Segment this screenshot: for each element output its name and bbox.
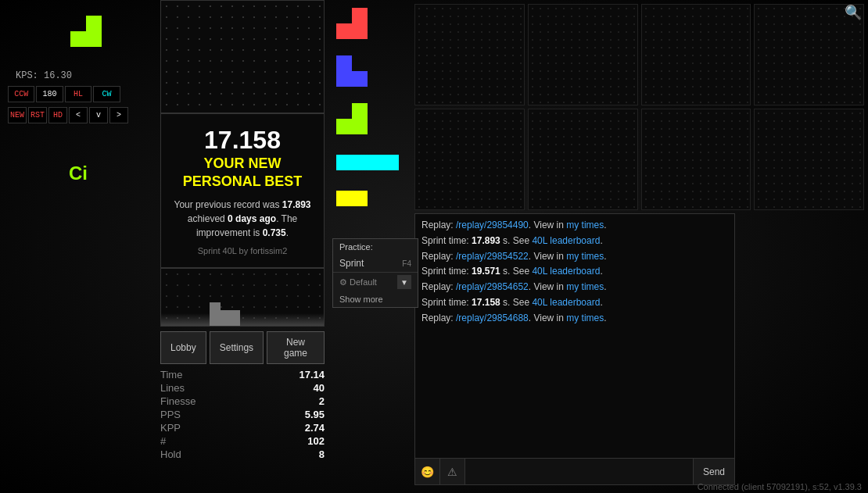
replay-link[interactable]: /replay/29854522 (456, 251, 529, 262)
tetro-red (332, 8, 403, 51)
ctrl-cw[interactable]: CW (93, 86, 120, 102)
piece-preview (66, 16, 113, 55)
center-panel: 17.158 YOUR NEW PERSONAL BEST Your previ… (156, 0, 328, 493)
svg-rect-17 (352, 191, 368, 206)
ctrl-down[interactable]: v (89, 107, 108, 123)
ctrl-new[interactable]: NEW (8, 107, 27, 123)
replay-link[interactable]: /replay/29854490 (456, 220, 529, 230)
practice-sprint-item[interactable]: Sprint F4 (333, 255, 418, 272)
svg-rect-11 (352, 103, 368, 119)
chat-messages: Replay: /replay/29854490. View in my tim… (415, 214, 734, 458)
kps-label: KPS: 16.30 (16, 70, 72, 81)
new-game-button[interactable]: New game (267, 331, 325, 364)
my-times-link[interactable]: my times (566, 220, 604, 230)
svg-rect-6 (336, 55, 352, 71)
status-bar: Connected (client 57092191), s:52, v1.39… (691, 480, 868, 493)
svg-rect-5 (352, 23, 368, 39)
result-time: 17.158 (169, 126, 316, 155)
chat-panel: Replay: /replay/29854490. View in my tim… (414, 213, 735, 485)
practice-dropdown: Practice: Sprint F4 ⚙ Default ▼ Show mor… (332, 238, 418, 308)
svg-rect-9 (336, 119, 352, 134)
chat-message: Replay: /replay/29854490. View in my tim… (421, 219, 728, 232)
left-panel: KPS: 16.30 CCW 180 HL CW NEW RST HD < v … (0, 0, 156, 493)
ctrl-hd[interactable]: HD (48, 107, 67, 123)
chat-input[interactable] (465, 459, 693, 484)
svg-rect-0 (86, 16, 102, 31)
result-desc: Your previous record was 17.893 achieved… (169, 198, 316, 240)
svg-rect-4 (336, 23, 352, 39)
result-panel: 17.158 YOUR NEW PERSONAL BEST Your previ… (160, 113, 325, 268)
ctrl-left[interactable]: < (69, 107, 88, 123)
tetro-green (332, 103, 403, 146)
my-times-link[interactable]: my times (566, 281, 604, 292)
svg-rect-15 (383, 155, 399, 170)
tetro-cyan (332, 151, 403, 178)
opponent-board-7 (641, 109, 751, 210)
replay-link[interactable]: /replay/29854688 (456, 313, 529, 323)
stats-panel: Time 17.14 Lines 40 Finesse 2 PPS 5.95 K… (160, 369, 325, 462)
opponent-board-1 (414, 4, 525, 105)
chat-message: Replay: /replay/29854688. View in my tim… (421, 312, 728, 325)
svg-rect-3 (352, 8, 368, 23)
my-times-link[interactable]: my times (566, 251, 604, 262)
practice-config: ⚙ Default ▼ (333, 272, 418, 291)
controls-row1: CCW 180 HL CW (8, 86, 149, 102)
opponent-boards-top (414, 4, 864, 105)
alert-button[interactable]: ⚠ (440, 459, 465, 484)
ctrl-right[interactable]: > (109, 107, 128, 123)
ctrl-180[interactable]: 180 (36, 86, 63, 102)
opponent-boards-bottom (414, 109, 864, 210)
zoom-icon[interactable]: 🔍 (845, 4, 862, 21)
svg-rect-2 (86, 31, 102, 47)
username: Ci (69, 163, 88, 184)
svg-rect-7 (336, 71, 352, 87)
chat-message: Sprint time: 19.571 s. See 40L leaderboa… (421, 265, 728, 278)
ctrl-ccw[interactable]: CCW (8, 86, 34, 102)
opponent-board-8 (754, 109, 864, 210)
result-pb: YOUR NEW PERSONAL BEST (169, 155, 316, 191)
opponent-board-6 (528, 109, 638, 210)
lobby-button[interactable]: Lobby (160, 331, 206, 364)
mini-board (160, 268, 325, 327)
config-dropdown-button[interactable]: ▼ (397, 275, 411, 289)
leaderboard-link[interactable]: 40L leaderboard (532, 235, 600, 246)
chat-message: Replay: /replay/29854652. View in my tim… (421, 280, 728, 294)
replay-link[interactable]: /replay/29854652 (456, 281, 529, 292)
opponent-board-2 (528, 4, 638, 105)
controls-row2: NEW RST HD < v > (8, 107, 149, 123)
svg-rect-8 (352, 71, 368, 87)
practice-header: Practice: (333, 239, 418, 255)
svg-rect-14 (368, 155, 383, 170)
chat-input-row: 😊 ⚠ Send (415, 458, 734, 484)
svg-rect-10 (352, 119, 368, 134)
svg-rect-1 (70, 31, 86, 47)
result-mode: Sprint 40L by fortissim2 (169, 246, 316, 255)
action-buttons: Lobby Settings New game (160, 331, 325, 364)
leaderboard-link[interactable]: 40L leaderboard (532, 266, 600, 277)
ctrl-hl[interactable]: HL (65, 86, 91, 102)
svg-rect-13 (352, 155, 368, 170)
svg-rect-16 (336, 191, 352, 206)
opponent-board-3 (641, 4, 751, 105)
tetro-yellow (332, 183, 403, 226)
top-game-board (160, 0, 325, 113)
leaderboard-link[interactable]: 40L leaderboard (532, 297, 600, 308)
opponent-board-5 (414, 109, 525, 210)
my-times-link[interactable]: my times (566, 313, 604, 323)
chat-message: Sprint time: 17.893 s. See 40L leaderboa… (421, 234, 728, 248)
mini-board-fill (161, 302, 324, 326)
preview-panel: Practice: Sprint F4 ⚙ Default ▼ Show mor… (328, 0, 414, 493)
chat-message: Replay: /replay/29854522. View in my tim… (421, 250, 728, 263)
emoji-button[interactable]: 😊 (415, 459, 440, 484)
show-more-button[interactable]: Show more (333, 291, 418, 307)
chat-message: Sprint time: 17.158 s. See 40L leaderboa… (421, 296, 728, 309)
tetro-blue (332, 55, 403, 98)
ctrl-rst[interactable]: RST (28, 107, 47, 123)
settings-button[interactable]: Settings (210, 331, 264, 364)
svg-rect-12 (336, 155, 352, 170)
